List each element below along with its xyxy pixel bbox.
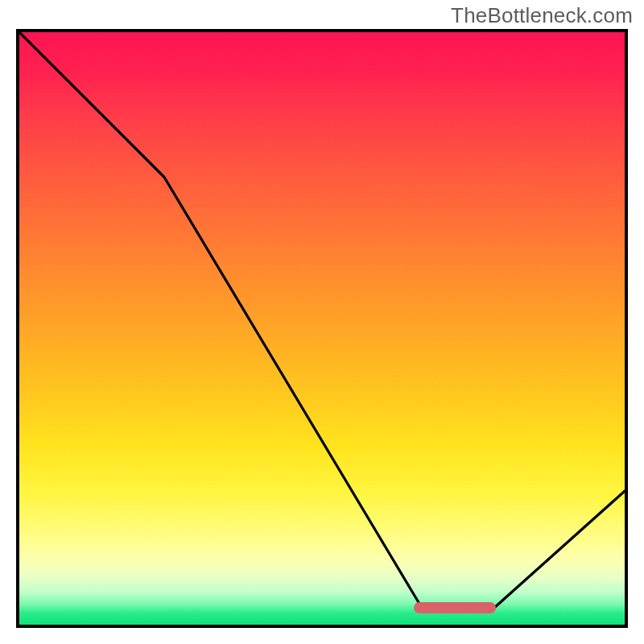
chart-stage: TheBottleneck.com <box>0 0 644 644</box>
bottleneck-curve <box>19 32 625 625</box>
plot-frame <box>16 29 628 628</box>
watermark-text: TheBottleneck.com <box>451 3 633 28</box>
curve-path <box>19 32 625 608</box>
optimal-range-bar <box>414 602 496 613</box>
